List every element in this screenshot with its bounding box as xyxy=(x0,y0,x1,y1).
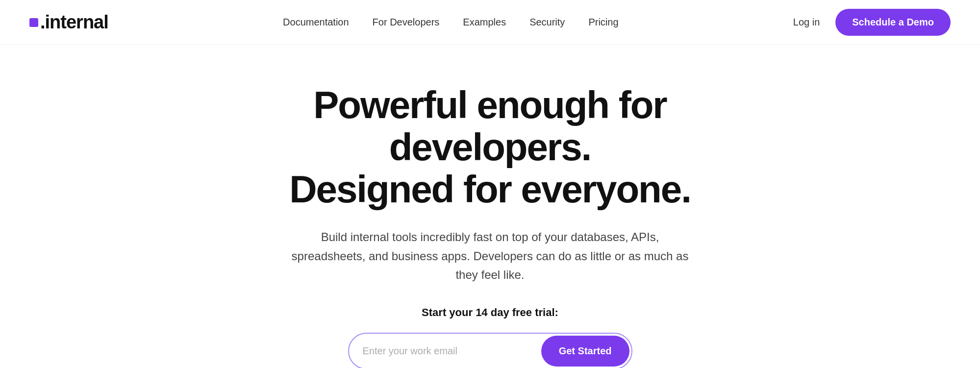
hero-subtitle: Build internal tools incredibly fast on … xyxy=(289,228,691,284)
header: .internal Documentation For Developers E… xyxy=(0,0,980,45)
trial-label: Start your 14 day free trial: xyxy=(422,306,558,319)
logo-dot-icon xyxy=(29,18,38,27)
main-nav: Documentation For Developers Examples Se… xyxy=(283,17,618,28)
hero-section: Powerful enough for developers. Designed… xyxy=(0,45,980,368)
hero-title-line1: Powerful enough for developers. xyxy=(313,83,666,169)
logo[interactable]: .internal xyxy=(29,12,108,33)
nav-documentation[interactable]: Documentation xyxy=(283,17,349,28)
email-input[interactable] xyxy=(349,336,539,367)
login-link[interactable]: Log in xyxy=(793,17,820,28)
hero-title: Powerful enough for developers. Designed… xyxy=(221,84,760,210)
email-form: Get Started xyxy=(348,333,632,368)
nav-pricing[interactable]: Pricing xyxy=(588,17,618,28)
get-started-button[interactable]: Get Started xyxy=(541,336,629,367)
nav-for-developers[interactable]: For Developers xyxy=(373,17,440,28)
hero-title-line2: Designed for everyone. xyxy=(289,168,691,211)
header-actions: Log in Schedule a Demo xyxy=(793,9,951,36)
logo-text: .internal xyxy=(40,12,108,33)
schedule-demo-button[interactable]: Schedule a Demo xyxy=(835,9,951,36)
nav-security[interactable]: Security xyxy=(529,17,565,28)
nav-examples[interactable]: Examples xyxy=(463,17,506,28)
